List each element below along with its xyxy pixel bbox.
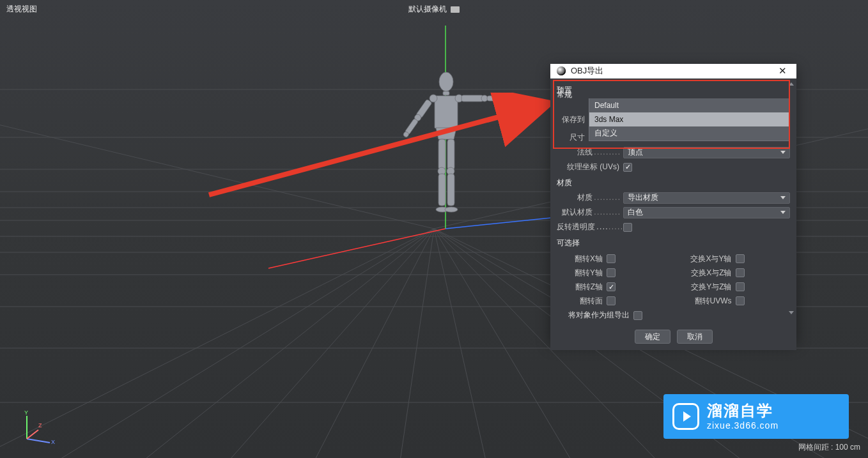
chevron-down-icon [780,151,786,154]
svg-line-0 [0,229,434,458]
uvs-checkbox[interactable] [623,163,632,172]
section-optional: 可选择 [557,235,790,250]
preset-dropdown-list: Default 3ds Max 自定义 [589,98,790,141]
label-flip-x: 翻转X轴 [568,254,607,264]
mannequin-model[interactable] [384,70,550,236]
svg-rect-43 [438,174,446,206]
obj-export-dialog: OBJ导出 ✕ 预置 预置 Default 保存到 Default 3ds Ma… [550,64,796,342]
camera-name: 默认摄像机 [408,4,447,15]
svg-rect-39 [487,96,506,101]
svg-rect-45 [447,139,454,170]
svg-line-2 [0,229,434,458]
svg-line-1 [0,229,434,458]
dialog-body: 预置 预置 Default 保存到 Default 3ds Max 自定义 常规 [550,79,796,350]
svg-line-54 [27,430,38,439]
svg-line-12 [0,64,434,229]
svg-text:X: X [51,439,55,445]
label-swap-xz: 交换X与Z轴 [683,268,736,279]
chevron-down-icon [780,196,786,199]
label-save: 保存到 [557,114,589,125]
label-export-as-group: 将对象作为组导出 [568,310,633,321]
svg-rect-37 [461,95,483,102]
axis-gizmo[interactable]: Y X Z [19,408,58,447]
svg-line-6 [434,229,511,458]
label-default-material: 默认材质 [557,207,623,218]
swap-xy-checkbox[interactable] [736,254,745,263]
watermark-title: 溜溜自学 [707,402,779,420]
label-invert-opacity: 反转透明度 . . . . [557,222,623,233]
ok-button[interactable]: 确定 [635,330,670,344]
svg-point-48 [445,207,458,212]
normals-value: 顶点 [628,147,643,158]
dialog-title: OBJ导出 [571,65,773,77]
grid-spacing-label: 网格间距 : 100 cm [798,442,860,453]
svg-rect-47 [447,174,454,206]
watermark: 溜溜自学 zixue.3d66.com [663,394,849,439]
svg-point-40 [506,96,511,101]
svg-rect-41 [438,139,446,170]
preset-option-default[interactable]: Default [589,98,789,112]
normals-dropdown[interactable]: 顶点 [623,147,790,158]
default-material-value: 白色 [628,207,643,218]
camera-icon [451,6,460,13]
close-button[interactable]: ✕ [773,64,791,78]
watermark-url: zixue.3d66.com [707,420,779,431]
default-material-dropdown[interactable]: 白色 [623,207,790,218]
label-flip-y: 翻转Y轴 [568,268,607,279]
cancel-button[interactable]: 取消 [677,330,713,344]
label-material: 材质 [557,192,623,203]
flip-face-checkbox[interactable] [607,296,616,305]
svg-point-38 [481,95,488,102]
material-dropdown[interactable]: 导出材质 [623,192,790,204]
svg-point-31 [430,95,437,102]
invert-opacity-checkbox[interactable] [623,223,632,232]
swap-xz-checkbox[interactable] [736,268,745,277]
label-uvs: 纹理坐标 (UVs) [557,162,623,172]
flip-z-checkbox[interactable] [607,282,616,291]
dialog-titlebar[interactable]: OBJ导出 ✕ [550,64,796,79]
section-material: 材质 [557,175,790,190]
svg-point-29 [439,72,453,91]
label-swap-yz: 交换Y与Z轴 [683,282,736,293]
viewport-label-left: 透视视图 [6,4,37,15]
flip-x-checkbox[interactable] [607,254,616,263]
svg-text:Z: Z [38,422,42,429]
flip-y-checkbox[interactable] [607,268,616,277]
label-flip-uvws: 翻转UVWs [683,296,736,307]
label-size: 尺寸 [557,132,589,143]
preset-option-custom[interactable]: 自定义 [589,126,789,141]
material-value: 导出材质 [628,192,658,203]
label-normals: 法线 [557,147,623,158]
export-as-group-checkbox[interactable] [633,311,642,320]
preset-option-3dsmax[interactable]: 3ds Max [589,112,789,126]
svg-text:Y: Y [24,409,28,416]
svg-line-4 [256,229,434,458]
svg-rect-30 [443,91,449,95]
label-flip-face: 翻转面 [568,296,607,307]
c4d-icon [557,66,566,75]
svg-line-52 [27,439,50,443]
label-flip-z: 翻转Z轴 [568,282,607,293]
chevron-down-icon [780,211,786,214]
scroll-down-icon[interactable] [789,311,794,314]
label-swap-xy: 交换X与Y轴 [683,254,736,264]
viewport-camera-label[interactable]: 默认摄像机 [408,4,460,15]
swap-yz-checkbox[interactable] [736,282,745,291]
svg-line-3 [128,229,434,458]
scroll-up-icon[interactable] [789,82,794,86]
play-icon [672,403,699,430]
flip-uvws-checkbox[interactable] [736,296,745,305]
